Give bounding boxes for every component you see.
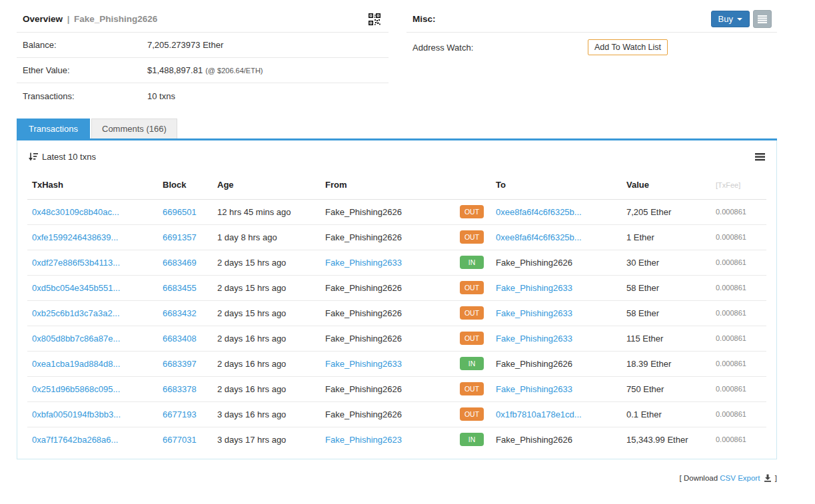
value-text: 30 Ether	[626, 258, 659, 268]
value-text: 1 Ether	[626, 232, 654, 242]
tx-row: 0x805d8bb7c86a87e...66834082 days 16 hrs…	[27, 326, 766, 351]
txhash-link[interactable]: 0xa7f17642ba268a6...	[32, 435, 118, 445]
txfee-text: 0.000861	[716, 284, 746, 292]
column-header-block: Block	[158, 171, 213, 199]
age-text: 2 days 16 hrs ago	[217, 334, 286, 344]
txhash-link[interactable]: 0xdf27e886f53b4113...	[32, 258, 120, 268]
misc-buttons: Buy	[711, 10, 772, 28]
overview-title: Overview | Fake_Phishing2626	[23, 14, 157, 24]
from-address-text: Fake_Phishing2626	[325, 207, 402, 217]
from-address-text: Fake_Phishing2626	[325, 334, 402, 344]
table-menu-button[interactable]	[755, 153, 765, 161]
download-icon[interactable]	[764, 475, 774, 483]
tab-transactions[interactable]: Transactions	[17, 119, 90, 138]
to-address-link[interactable]: Fake_Phishing2633	[496, 283, 572, 293]
balance-label: Balance:	[23, 40, 147, 50]
txhash-link[interactable]: 0xd5bc054e345b551...	[32, 283, 120, 293]
block-link[interactable]: 6696501	[163, 207, 197, 217]
qr-code-icon[interactable]	[369, 13, 381, 25]
block-link[interactable]: 6677031	[163, 435, 197, 445]
age-text: 1 day 8 hrs ago	[217, 232, 277, 242]
csv-export-link[interactable]: CSV Export	[720, 474, 760, 482]
block-link[interactable]: 6683455	[163, 283, 197, 293]
to-address-link[interactable]: 0x1fb7810a178e1cd...	[496, 409, 582, 419]
value-text: 58 Ether	[626, 283, 659, 293]
top-section: Overview | Fake_Phishing2626	[17, 9, 810, 109]
misc-panel: Misc: Buy	[407, 9, 777, 109]
age-text: 2 days 15 hrs ago	[217, 308, 286, 318]
add-to-watch-list-button[interactable]: Add To Watch List	[588, 39, 668, 55]
txhash-link[interactable]: 0x48c30109c8b40ac...	[32, 207, 119, 217]
ether-rate-note: (@ $206.64/ETH)	[205, 67, 263, 75]
direction-badge: OUT	[460, 332, 484, 345]
column-header-from: From	[321, 171, 452, 199]
direction-badge: IN	[460, 357, 484, 370]
transactions-panel: Latest 10 txns TxHash Block Age From To	[17, 140, 777, 459]
misc-menu-button[interactable]	[753, 10, 772, 28]
from-address-text: Fake_Phishing2626	[325, 409, 402, 419]
misc-title-row: Misc: Buy	[407, 9, 777, 33]
to-address-link[interactable]: Fake_Phishing2633	[496, 384, 572, 394]
block-link[interactable]: 6683432	[163, 308, 197, 318]
to-address-link[interactable]: Fake_Phishing2633	[496, 334, 572, 344]
from-address-link[interactable]: Fake_Phishing2633	[325, 359, 402, 369]
txfee-text: 0.000861	[716, 385, 746, 393]
balance-value: 7,205.273973 Ether	[147, 40, 223, 50]
direction-badge: OUT	[460, 306, 484, 320]
txfee-text: 0.000861	[716, 334, 746, 342]
txhash-link[interactable]: 0xbfa0050194fb3bb3...	[32, 409, 121, 419]
to-address-link[interactable]: 0xee8fa6f4c6f6325b...	[496, 232, 582, 242]
from-address-text: Fake_Phishing2626	[325, 232, 402, 242]
value-text: 115 Ether	[626, 334, 663, 344]
value-text: 15,343.99 Ether	[626, 435, 688, 445]
to-address-text: Fake_Phishing2626	[496, 435, 572, 445]
column-header-txhash: TxHash	[27, 171, 158, 199]
address-watch-row: Address Watch: Add To Watch List	[407, 33, 777, 62]
age-text: 2 days 16 hrs ago	[217, 384, 286, 394]
txhash-link[interactable]: 0xfe1599246438639...	[32, 232, 118, 242]
column-header-value: Value	[622, 171, 711, 199]
column-header-txfee: [TxFee]	[711, 171, 766, 199]
block-link[interactable]: 6683397	[163, 359, 197, 369]
tx-row: 0x48c30109c8b40ac...669650112 hrs 45 min…	[27, 199, 766, 224]
sort-amount-desc-icon	[29, 152, 38, 161]
age-text: 2 days 15 hrs ago	[217, 283, 286, 293]
tab-bar: Transactions Comments (166)	[17, 119, 777, 140]
age-text: 3 days 17 hrs ago	[217, 435, 286, 445]
buy-button[interactable]: Buy	[711, 11, 750, 27]
txhash-link[interactable]: 0xb25c6b1d3c7a3a2...	[32, 308, 120, 318]
table-header-row: TxHash Block Age From To Value [TxFee]	[27, 171, 766, 199]
txfee-text: 0.000861	[716, 435, 746, 443]
txhash-link[interactable]: 0x805d8bb7c86a87e...	[32, 334, 120, 344]
tab-comments[interactable]: Comments (166)	[91, 119, 177, 138]
transactions-table: TxHash Block Age From To Value [TxFee] 0…	[27, 171, 766, 452]
direction-badge: IN	[460, 256, 484, 269]
overview-title-row: Overview | Fake_Phishing2626	[17, 9, 389, 33]
direction-badge: OUT	[460, 407, 484, 421]
block-link[interactable]: 6683469	[163, 258, 197, 268]
block-link[interactable]: 6683378	[163, 384, 197, 394]
value-text: 0.1 Ether	[626, 409, 662, 419]
block-link[interactable]: 6691357	[163, 232, 197, 242]
misc-label: Misc:	[412, 14, 436, 24]
from-address-link[interactable]: Fake_Phishing2623	[325, 435, 402, 445]
to-address-link[interactable]: Fake_Phishing2633	[496, 308, 572, 318]
block-link[interactable]: 6677193	[163, 409, 197, 419]
buy-button-label: Buy	[718, 14, 733, 24]
column-header-direction	[452, 171, 491, 199]
address-name: Fake_Phishing2626	[74, 14, 157, 24]
txhash-link[interactable]: 0x251d96b5868c095...	[32, 384, 120, 394]
from-address-text: Fake_Phishing2626	[325, 283, 402, 293]
to-address-link[interactable]: 0xee8fa6f4c6f6325b...	[496, 207, 582, 217]
column-header-to: To	[491, 171, 622, 199]
txhash-link[interactable]: 0xea1cba19ad884d8...	[32, 359, 120, 369]
to-address-text: Fake_Phishing2626	[496, 359, 572, 369]
txfee-text: 0.000861	[716, 233, 746, 241]
from-address-link[interactable]: Fake_Phishing2633	[325, 258, 402, 268]
csv-export-footer: [ Download CSV Export ]	[17, 474, 777, 483]
tx-row: 0xb25c6b1d3c7a3a2...66834322 days 15 hrs…	[27, 300, 766, 326]
direction-badge: OUT	[460, 230, 484, 244]
txfee-text: 0.000861	[716, 360, 746, 368]
tx-row: 0xd5bc054e345b551...66834552 days 15 hrs…	[27, 275, 766, 300]
block-link[interactable]: 6683408	[163, 334, 197, 344]
